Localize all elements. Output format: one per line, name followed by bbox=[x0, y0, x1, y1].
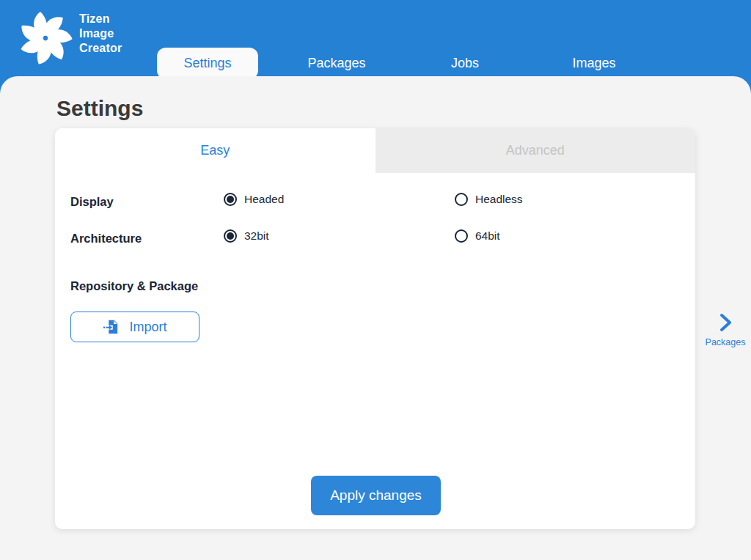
nav-tab-packages-label: Packages bbox=[307, 56, 365, 71]
tab-advanced[interactable]: Advanced bbox=[376, 128, 696, 173]
radio-headless-circle-icon[interactable] bbox=[455, 193, 468, 206]
chevron-right-icon[interactable] bbox=[716, 312, 735, 333]
nav-tab-images[interactable]: Images bbox=[539, 50, 649, 76]
tab-advanced-label: Advanced bbox=[506, 143, 565, 158]
radio-headed-label: Headed bbox=[244, 193, 284, 206]
apply-changes-button[interactable]: Apply changes bbox=[311, 476, 441, 515]
brand-line-2: Image bbox=[79, 26, 122, 41]
nav-tab-settings[interactable]: Settings bbox=[157, 48, 258, 79]
side-nav-packages-label: Packages bbox=[706, 337, 746, 347]
radio-32bit-circle-icon[interactable] bbox=[224, 229, 237, 243]
brand-line-1: Tizen bbox=[79, 12, 122, 26]
page-title: Settings bbox=[56, 96, 143, 121]
side-nav-next-packages[interactable]: Packages bbox=[703, 312, 748, 347]
tizen-pinwheel-logo-icon bbox=[15, 6, 76, 70]
radio-64bit[interactable]: 64bit bbox=[455, 229, 500, 243]
radio-64bit-label: 64bit bbox=[475, 229, 500, 243]
import-button-label: Import bbox=[129, 320, 166, 335]
tab-easy[interactable]: Easy bbox=[55, 128, 376, 173]
repository-package-label: Repository & Package bbox=[70, 279, 198, 293]
import-button[interactable]: Import bbox=[70, 312, 199, 342]
nav-tab-settings-label: Settings bbox=[183, 56, 231, 71]
nav-tab-jobs-label: Jobs bbox=[451, 56, 479, 71]
radio-headed-circle-icon[interactable] bbox=[224, 193, 237, 206]
nav-tab-images-label: Images bbox=[572, 56, 615, 71]
nav-tab-jobs[interactable]: Jobs bbox=[410, 50, 520, 76]
radio-headed[interactable]: Headed bbox=[224, 193, 284, 206]
tab-easy-label: Easy bbox=[200, 143, 230, 158]
radio-32bit[interactable]: 32bit bbox=[224, 229, 269, 243]
radio-32bit-label: 32bit bbox=[244, 229, 269, 243]
nav-tab-packages[interactable]: Packages bbox=[282, 50, 392, 76]
import-icon bbox=[103, 319, 119, 335]
radio-64bit-circle-icon[interactable] bbox=[455, 229, 468, 243]
architecture-label: Architecture bbox=[70, 232, 142, 246]
settings-card: Easy Advanced Display Headed Headless Ar… bbox=[55, 128, 695, 529]
radio-headless[interactable]: Headless bbox=[455, 193, 523, 206]
apply-changes-label: Apply changes bbox=[330, 487, 422, 504]
radio-headless-label: Headless bbox=[475, 193, 523, 206]
brand-title: Tizen Image Creator bbox=[79, 12, 122, 56]
display-label: Display bbox=[70, 195, 114, 209]
brand-line-3: Creator bbox=[79, 41, 122, 56]
